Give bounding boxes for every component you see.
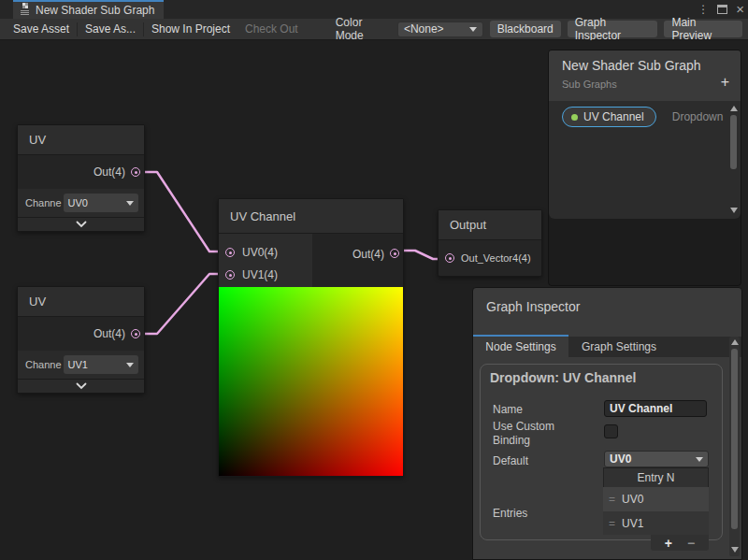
- chevron-down-icon: [76, 221, 87, 228]
- maximize-icon[interactable]: [717, 5, 727, 14]
- scroll-up-icon[interactable]: [730, 106, 738, 111]
- drag-handle-icon[interactable]: =: [609, 493, 614, 506]
- dropdown-arrow-icon: [126, 201, 134, 206]
- input-port-out-vector4[interactable]: [445, 253, 454, 263]
- dropdown-arrow-icon: [696, 457, 703, 462]
- graph-canvas[interactable]: UV Out(4) Channe UV0 UV Out(4): [0, 40, 748, 560]
- dropdown-settings-section: Dropdown: UV Channel Name UV Channel Use…: [480, 364, 723, 540]
- node-title[interactable]: Output: [439, 210, 541, 240]
- kebab-menu-icon[interactable]: ⋮: [698, 3, 709, 16]
- property-name: UV Channel: [583, 110, 644, 123]
- inspector-tabs: Node Settings Graph Settings: [473, 335, 741, 357]
- use-custom-binding-checkbox[interactable]: [604, 424, 618, 438]
- scroll-up-icon[interactable]: [731, 339, 739, 345]
- inspector-scrollbar[interactable]: [729, 337, 740, 556]
- save-as-button[interactable]: Save As...: [78, 22, 143, 36]
- output-port[interactable]: [390, 249, 399, 258]
- entries-footer: + −: [651, 535, 709, 551]
- channel-label: Channe: [25, 359, 62, 370]
- node-uv-b[interactable]: UV Out(4) Channe UV1: [17, 286, 145, 394]
- channel-value: UV1: [68, 359, 88, 370]
- chevron-down-icon: [76, 382, 87, 390]
- tab-node-settings[interactable]: Node Settings: [473, 337, 568, 357]
- collapse-preview-button[interactable]: [18, 379, 144, 393]
- main-preview-toggle-button[interactable]: Main Preview: [664, 21, 742, 37]
- entries-header: Entry N: [603, 467, 709, 487]
- collapse-preview-button[interactable]: [18, 217, 144, 231]
- node-uv-a[interactable]: UV Out(4) Channe UV0: [17, 124, 145, 232]
- node-output[interactable]: Output Out_Vector4(4): [438, 209, 542, 277]
- shader-graph-icon: [19, 3, 31, 18]
- check-out-button: Check Out: [237, 22, 306, 36]
- entry-row-uv0[interactable]: = UV0: [603, 487, 709, 511]
- entries-list: Entry N = UV0 = UV1 + −: [603, 467, 709, 551]
- blackboard-item-uv-channel[interactable]: UV Channel Dropdown: [562, 107, 723, 127]
- tab-new-shader-sub-graph[interactable]: New Shader Sub Graph: [13, 0, 164, 19]
- remove-entry-button[interactable]: −: [687, 537, 695, 550]
- uv-preview-gradient: [219, 287, 403, 476]
- channel-dropdown[interactable]: UV1: [64, 355, 138, 374]
- channel-value: UV0: [68, 197, 88, 208]
- graph-inspector-panel: Graph Inspector Node Settings Graph Sett…: [472, 287, 742, 560]
- add-property-button[interactable]: +: [721, 75, 729, 90]
- entry-value: UV1: [622, 517, 643, 530]
- save-asset-button[interactable]: Save Asset: [6, 22, 77, 36]
- node-title[interactable]: UV Channel: [219, 199, 403, 234]
- blackboard-scrollbar[interactable]: [728, 103, 739, 217]
- use-custom-binding-label: Use Custom Binding: [493, 420, 591, 448]
- blackboard-header[interactable]: New Shader Sub Graph Sub Graphs +: [549, 50, 741, 101]
- blackboard-subtitle: Sub Graphs: [562, 79, 727, 90]
- port-label-out: Out(4): [352, 248, 384, 261]
- property-type: Dropdown: [672, 110, 724, 123]
- scrollbar-thumb[interactable]: [730, 115, 737, 169]
- entry-value: UV0: [622, 493, 643, 506]
- node-uv-channel[interactable]: UV Channel UV0(4) UV1(4) Out(4): [218, 198, 404, 477]
- blackboard-panel: New Shader Sub Graph Sub Graphs + UV Cha…: [548, 50, 741, 286]
- scrollbar-thumb[interactable]: [731, 349, 738, 529]
- port-label-out: Out(4): [94, 165, 125, 179]
- channel-dropdown[interactable]: UV0: [64, 194, 138, 212]
- property-pill-uv-channel[interactable]: UV Channel: [562, 107, 656, 127]
- input-port-uv0[interactable]: [225, 248, 235, 257]
- drag-handle-icon[interactable]: =: [609, 517, 614, 530]
- tab-graph-settings[interactable]: Graph Settings: [568, 337, 741, 357]
- default-label: Default: [493, 454, 528, 467]
- wire-uv0-to-uvchannel[interactable]: [137, 172, 226, 251]
- name-input[interactable]: UV Channel: [604, 400, 707, 417]
- shader-graph-window: New Shader Sub Graph ⋮ × Save Asset Save…: [0, 0, 748, 560]
- entry-row-uv1[interactable]: = UV1: [603, 511, 709, 535]
- port-label-out-vector4: Out_Vector4(4): [461, 252, 531, 264]
- tab-title: New Shader Sub Graph: [36, 4, 154, 17]
- node-title[interactable]: UV: [18, 287, 144, 317]
- blackboard-toggle-button[interactable]: Blackboard: [490, 21, 561, 37]
- add-entry-button[interactable]: +: [665, 537, 672, 550]
- input-port-uv1[interactable]: [225, 270, 235, 280]
- scroll-down-icon[interactable]: [730, 208, 738, 213]
- dropdown-arrow-icon: [126, 363, 134, 367]
- show-in-project-button[interactable]: Show In Project: [144, 22, 237, 36]
- node-title[interactable]: UV: [18, 125, 144, 155]
- port-label-uv1: UV1(4): [242, 268, 278, 281]
- channel-label: Channe: [25, 197, 62, 208]
- default-dropdown[interactable]: UV0: [604, 451, 709, 467]
- inspector-content: Dropdown: UV Channel Name UV Channel Use…: [473, 357, 741, 559]
- blackboard-content: UV Channel Dropdown: [549, 101, 741, 219]
- close-icon[interactable]: ×: [736, 5, 744, 14]
- entries-label: Entries: [493, 507, 527, 520]
- color-mode-label: Color Mode: [336, 16, 397, 42]
- default-value: UV0: [610, 452, 631, 466]
- wire-uv1-to-uvchannel[interactable]: [137, 274, 226, 334]
- output-port[interactable]: [131, 329, 140, 338]
- output-port[interactable]: [131, 167, 140, 177]
- port-label-uv0: UV0(4): [242, 246, 278, 259]
- toolbar: Save Asset Save As... Show In Project Ch…: [0, 19, 748, 40]
- scroll-down-icon[interactable]: [731, 547, 739, 553]
- section-title: Dropdown: UV Channel: [490, 370, 636, 385]
- dropdown-arrow-icon: [469, 27, 477, 32]
- inspector-title[interactable]: Graph Inspector: [473, 288, 741, 335]
- port-label-out: Out(4): [94, 327, 125, 340]
- graph-inspector-toggle-button[interactable]: Graph Inspector: [568, 21, 658, 37]
- color-mode-dropdown[interactable]: <None>: [397, 22, 483, 37]
- color-mode-value: <None>: [404, 22, 444, 36]
- blackboard-title: New Shader Sub Graph: [562, 58, 727, 73]
